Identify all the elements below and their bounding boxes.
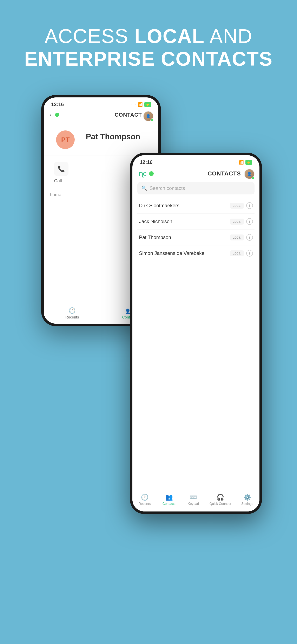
back-recents-label: Recents xyxy=(65,315,79,320)
contact-name-1: Jack Nicholson xyxy=(139,218,230,224)
back-recents-icon: 🕐 xyxy=(68,307,76,314)
page-header: ACCESS LOCAL AND ENTERPRISE CONTACTS xyxy=(0,0,297,70)
front-wifi-icon: 📶 xyxy=(239,160,244,165)
front-keypad-icon: ⌨️ xyxy=(190,494,197,501)
front-battery-icon: ⚡ xyxy=(246,160,252,165)
contact-row-3[interactable]: Simon Janssens de Varebeke Local i xyxy=(137,246,255,261)
search-bar[interactable]: 🔍 Search contacts xyxy=(137,182,255,194)
front-bottom-nav: 🕐 Recents 👥 Contacts ⌨️ Keypad 🎧 Quick C… xyxy=(132,489,260,512)
front-nav-quick-connect[interactable]: 🎧 Quick Connect xyxy=(210,494,231,506)
front-quick-connect-icon: 🎧 xyxy=(217,494,224,501)
back-contact-card: PT Pat Thompson xyxy=(44,120,158,153)
back-contact-avatar: PT xyxy=(56,130,75,149)
back-time: 12:16 xyxy=(51,102,64,107)
contact-row-2[interactable]: Pat Thompson Local i xyxy=(137,230,255,246)
front-presence-dot xyxy=(149,171,154,176)
search-icon: 🔍 xyxy=(141,186,147,191)
front-quick-connect-label: Quick Connect xyxy=(210,502,231,506)
front-nav-contacts[interactable]: 👥 Contacts xyxy=(161,494,177,506)
back-wifi-icon: 📶 xyxy=(138,102,143,107)
contact-row-1[interactable]: Jack Nicholson Local i xyxy=(137,214,255,230)
header-line1-end: AND xyxy=(205,25,253,47)
contact-badge-3: Local xyxy=(230,250,244,256)
contact-list: Dirk Slootmaekers Local i Jack Nicholson… xyxy=(132,198,260,261)
front-nav-settings[interactable]: ⚙️ Settings xyxy=(239,494,256,506)
front-keypad-label: Keypad xyxy=(188,502,199,506)
back-nav-recents[interactable]: 🕐 Recents xyxy=(65,307,79,320)
contact-name-3: Simon Janssens de Varebeke xyxy=(139,250,230,256)
contact-badge-0: Local xyxy=(230,203,244,209)
contact-info-btn-3[interactable]: i xyxy=(246,250,253,256)
front-phone-inner: 12:16 ···· 📶 ⚡ ɳc CONTACTS 👤 🔍 xyxy=(132,155,260,512)
mc-logo: ɳc xyxy=(139,169,146,178)
phones-container: 12:16 ···· 📶 ⚡ ‹ CONTACT 👤 xyxy=(35,95,262,611)
contact-info-btn-2[interactable]: i xyxy=(246,234,253,241)
back-home-text: home xyxy=(50,192,61,197)
back-status-bar: 12:16 ···· 📶 ⚡ xyxy=(44,98,158,110)
front-status-icons: ···· 📶 ⚡ xyxy=(233,160,252,165)
back-presence-dot xyxy=(55,113,59,117)
search-placeholder-text: Search contacts xyxy=(150,185,185,191)
front-nav-keypad[interactable]: ⌨️ Keypad xyxy=(185,494,202,506)
contact-badge-2: Local xyxy=(230,234,244,240)
call-icon: 📞 xyxy=(58,166,65,172)
back-button[interactable]: ‹ xyxy=(50,112,52,118)
contact-info-btn-1[interactable]: i xyxy=(246,218,253,225)
front-contacts-label: Contacts xyxy=(163,502,176,506)
front-nav-recents[interactable]: 🕐 Recents xyxy=(136,494,153,506)
front-contacts-icon: 👥 xyxy=(165,494,173,501)
back-app-title: CONTACT xyxy=(115,112,142,118)
front-phone: 12:16 ···· 📶 ⚡ ɳc CONTACTS 👤 🔍 xyxy=(130,153,262,514)
front-app-header: ɳc CONTACTS 👤 xyxy=(132,167,260,180)
front-settings-label: Settings xyxy=(241,502,253,506)
header-line1-normal: ACCESS xyxy=(44,25,134,47)
front-recents-label: Recents xyxy=(139,502,151,506)
contact-name-2: Pat Thompson xyxy=(139,234,230,240)
back-call-button[interactable]: 📞 xyxy=(54,162,68,176)
header-line1-bold: LOCAL xyxy=(134,25,205,47)
back-avatar-status xyxy=(151,118,153,121)
front-settings-icon: ⚙️ xyxy=(243,494,251,501)
front-status-bar: 12:16 ···· 📶 ⚡ xyxy=(132,155,260,167)
front-recents-icon: 🕐 xyxy=(141,494,148,501)
front-app-title: CONTACTS xyxy=(208,170,241,177)
contact-badge-1: Local xyxy=(230,218,244,224)
back-status-icons: ···· 📶 ⚡ xyxy=(132,102,151,107)
front-avatar-status xyxy=(252,177,255,180)
back-app-header: ‹ CONTACT 👤 xyxy=(44,110,158,120)
back-contact-initials: PT xyxy=(61,136,70,144)
front-dots-icon: ···· xyxy=(233,161,237,164)
back-contact-name: Pat Thompson xyxy=(86,132,140,141)
header-line2-bold: ENTERPRISE CONTACTS xyxy=(24,48,273,70)
back-battery-icon: ⚡ xyxy=(144,102,151,107)
contact-info-btn-0[interactable]: i xyxy=(246,202,253,209)
back-dots-icon: ···· xyxy=(132,103,136,106)
front-time: 12:16 xyxy=(140,159,152,165)
contact-row-0[interactable]: Dirk Slootmaekers Local i xyxy=(137,198,255,214)
back-call-label: Call xyxy=(54,178,62,184)
contact-name-0: Dirk Slootmaekers xyxy=(139,203,230,208)
